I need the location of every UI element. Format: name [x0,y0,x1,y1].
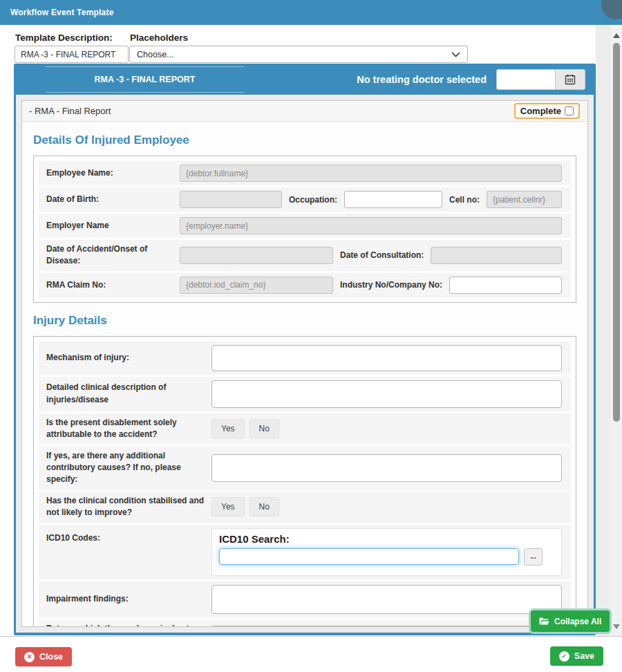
folder-open-icon [539,617,549,626]
icd10-more-button[interactable]: ... [524,548,543,566]
solely-attributable-label: Is the present disablement solely attrib… [46,417,205,441]
injury-table: Mechanism of injury: Detailed clinical d… [33,336,576,627]
doctor-status-text: No treating doctor selected [357,74,487,85]
scroll-down-arrow-icon[interactable] [613,624,620,629]
placeholders-label: Placeholders [130,32,188,43]
complete-label: Complete [520,106,561,116]
workflow-panel: RMA -3 - FINAL REPORT No treating doctor… [14,64,596,635]
return-to-work-input[interactable] [211,626,562,627]
cell-input [487,191,562,208]
content-right-gutter [596,25,611,636]
employee-name-label: Employee Name: [46,167,173,179]
no-button[interactable]: No [249,419,279,438]
placeholders-select[interactable]: Choose... [129,46,468,63]
save-label: Save [574,651,594,661]
mechanism-textarea[interactable] [211,345,562,371]
placeholders-selected-value: Choose... [137,50,174,59]
window-titlebar: Workflow Event Template [0,0,622,25]
claim-label: RMA Claim No: [46,279,173,291]
employer-input [180,217,562,234]
template-description-input[interactable] [15,46,129,63]
employee-table: Employee Name: Date of Birth: Occupation… [33,156,576,303]
event-date-group [496,69,585,90]
table-row: Detailed clinical description of injurie… [39,377,571,411]
table-row: Has the clinical condition stabilised an… [39,492,571,523]
condition-stabilised-label: Has the clinical condition stabilised an… [46,495,205,519]
workflow-panel-body: - RMA - Final Report Complete Details Of… [16,95,594,633]
table-row: Mechanism of injury: [39,342,571,375]
icd10-codes-label: ICD10 Codes: [46,532,205,544]
clinical-description-label: Detailed clinical description of injurie… [46,382,205,406]
table-row: Employer Name [39,214,571,238]
no-button[interactable]: No [249,497,279,516]
workflow-panel-header: RMA -3 - FINAL REPORT No treating doctor… [16,64,594,95]
table-row: If yes, are there any additional contrib… [39,447,571,489]
close-icon: ✕ [24,652,35,662]
accident-date-label: Date of Accident/Onset of Disease: [46,243,173,268]
calendar-button[interactable] [555,70,585,89]
template-description-label: Template Description: [15,32,113,43]
window-title: Workflow Event Template [10,8,114,17]
occupation-label: Occupation: [289,195,337,205]
accident-date-input [180,247,333,264]
icd10-search-label: ICD10 Search: [219,533,554,545]
save-button[interactable]: ✓ Save [550,646,603,666]
table-row: ICD10 Codes: ICD10 Search: ... [39,525,571,579]
scrollbar-thumb[interactable] [613,43,620,422]
table-row: Impairment findings: [39,581,571,617]
event-date-input[interactable] [497,70,555,89]
occupation-input[interactable] [344,191,442,208]
collapse-all-label: Collapse All [554,617,601,626]
table-row: Is the present disablement solely attrib… [39,413,571,445]
table-row: RMA Claim No: Industry No/Company No: [39,273,571,297]
collapse-all-button[interactable]: Collapse All [531,610,610,632]
complete-box: Complete [514,103,580,119]
impairment-findings-textarea[interactable] [211,585,562,614]
table-row: Date on which the employee is due to ret… [39,619,571,627]
industry-label: Industry No/Company No: [340,280,442,290]
injury-section-title: Injury Details [33,314,576,328]
dob-label: Date of Birth: [46,194,173,205]
tab-rma-final-report[interactable]: RMA -3 - FINAL REPORT [46,66,244,93]
modal-footer: ✕ Close ✓ Save [0,636,622,672]
employee-section-title: Details Of Injured Employee [33,133,576,147]
complete-checkbox[interactable] [565,106,574,115]
chevron-down-icon [451,52,460,57]
industry-input[interactable] [449,277,562,294]
check-icon: ✓ [559,651,569,662]
scroll-up-arrow-icon[interactable] [613,33,620,38]
report-card: - RMA - Final Report Complete Details Of… [21,100,588,627]
cell-label: Cell no: [449,195,480,205]
report-card-header: - RMA - Final Report Complete [22,101,587,122]
contributory-causes-label: If yes, are there any additional contrib… [46,450,205,486]
consultation-date-label: Date of Consultation: [340,250,424,260]
return-to-work-label: Date on which the employee is due to ret… [46,623,205,627]
claim-input [180,277,333,294]
vertical-scrollbar[interactable] [611,28,622,636]
employer-label: Employer Name [46,220,173,232]
icd10-search-box: ICD10 Search: ... [211,528,562,576]
clinical-description-textarea[interactable] [211,380,562,408]
close-label: Close [39,652,63,662]
yes-button[interactable]: Yes [211,419,245,438]
impairment-findings-label: Impairment findings: [46,593,205,605]
report-card-body: Details Of Injured Employee Employee Nam… [22,122,587,627]
employee-name-input [180,165,562,182]
help-circle[interactable] [601,0,622,19]
close-button[interactable]: ✕ Close [15,647,72,666]
table-row: Employee Name: [39,161,571,185]
table-row: Date of Birth: Occupation: Cell no: [39,187,571,212]
contributory-causes-textarea[interactable] [211,454,562,482]
report-header-text[interactable]: - RMA - Final Report [29,106,111,116]
yes-button[interactable]: Yes [211,497,245,516]
table-row: Date of Accident/Onset of Disease: Date … [39,240,571,271]
consultation-date-input [431,247,562,264]
dob-input [180,191,282,208]
mechanism-label: Mechanism of injury: [46,352,205,364]
calendar-icon [565,74,576,85]
icd10-search-input[interactable] [219,548,519,565]
